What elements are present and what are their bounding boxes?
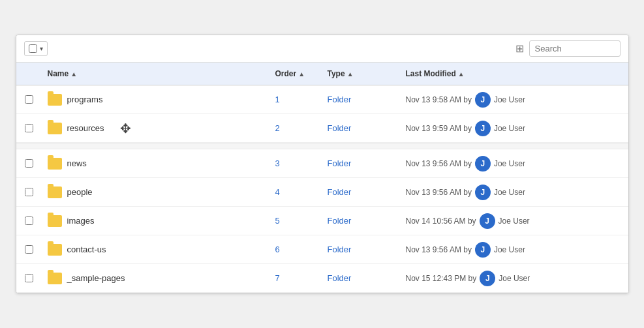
avatar: J <box>480 213 495 229</box>
row-checkbox[interactable] <box>25 216 33 225</box>
row-checkbox-cell <box>16 184 42 200</box>
modified-text: Nov 13 9:56 AM by <box>406 188 472 197</box>
avatar: J <box>475 92 491 108</box>
user-name: Joe User <box>498 216 530 226</box>
row-checkbox[interactable] <box>25 95 33 104</box>
type-value: Folder <box>328 216 352 226</box>
th-order[interactable]: Order ▲ <box>270 67 322 81</box>
type-value: Folder <box>328 273 352 283</box>
modified-text: Nov 13 9:59 AM by <box>406 124 472 133</box>
toolbar-left: ▾ <box>24 41 48 56</box>
item-name: _sample-pages <box>67 273 125 283</box>
modified-text: Nov 14 10:56 AM by <box>406 216 476 226</box>
name-cell: resources✥ <box>42 117 270 140</box>
item-name: contact-us <box>67 245 106 254</box>
user-name: Joe User <box>494 95 525 104</box>
name-cell: people <box>42 183 270 202</box>
order-cell: 2 <box>270 119 322 137</box>
order-value: 6 <box>275 245 280 254</box>
modified-cell: Nov 13 9:59 AM by JJoe User <box>401 117 628 140</box>
table-row: contact-us6FolderNov 13 9:56 AM by JJoe … <box>16 235 628 264</box>
th-checkbox <box>16 67 42 81</box>
modified-value: Nov 13 9:56 AM by JJoe User <box>406 242 525 258</box>
table-row: resources✥2FolderNov 13 9:59 AM by JJoe … <box>16 114 628 143</box>
order-cell: 3 <box>270 155 322 172</box>
grid-view-icon[interactable]: ⊞ <box>515 42 524 55</box>
order-value: 1 <box>275 95 280 104</box>
name-cell: programs <box>42 90 270 110</box>
order-value: 3 <box>275 158 280 168</box>
modified-text: Nov 13 9:58 AM by <box>406 95 472 104</box>
type-cell: Folder <box>322 241 401 258</box>
type-cell: Folder <box>322 91 401 108</box>
row-checkbox[interactable] <box>25 159 33 168</box>
user-name: Joe User <box>494 124 525 133</box>
folder-icon <box>48 94 62 106</box>
toolbar-right: ⊞ <box>515 40 621 57</box>
row-checkbox-cell <box>16 213 42 229</box>
table-row: people4FolderNov 13 9:56 AM by JJoe User <box>16 178 628 207</box>
name-cell: news <box>42 154 270 173</box>
user-name: Joe User <box>498 274 530 283</box>
modified-cell: Nov 15 12:43 PM by JJoe User <box>401 267 628 290</box>
name-cell: images <box>42 211 270 231</box>
group-divider <box>16 143 628 149</box>
order-cell: 7 <box>270 269 322 287</box>
type-value: Folder <box>328 158 352 168</box>
type-cell: Folder <box>322 212 401 230</box>
toolbar: ▾ ⊞ <box>16 35 628 63</box>
table-header: Name ▲ Order ▲ Type ▲ Last Modified ▲ <box>16 63 628 85</box>
th-name[interactable]: Name ▲ <box>42 67 270 81</box>
table-row: news3FolderNov 13 9:56 AM by JJoe User <box>16 149 628 178</box>
order-cell: 6 <box>270 241 322 258</box>
th-type[interactable]: Type ▲ <box>322 67 401 81</box>
modified-text: Nov 13 9:56 AM by <box>406 245 472 254</box>
folder-icon <box>48 244 62 256</box>
row-checkbox[interactable] <box>25 245 33 254</box>
avatar: J <box>480 271 495 286</box>
modified-value: Nov 13 9:56 AM by JJoe User <box>406 156 525 171</box>
user-name: Joe User <box>494 159 525 168</box>
modified-value: Nov 13 9:59 AM by JJoe User <box>406 121 525 136</box>
row-checkbox-cell <box>16 155 42 171</box>
order-value: 2 <box>275 123 280 133</box>
type-sort-icon: ▲ <box>347 70 354 78</box>
row-checkbox[interactable] <box>25 124 33 132</box>
row-checkbox-cell <box>16 120 42 136</box>
name-cell: _sample-pages <box>42 269 270 288</box>
item-name: resources <box>67 123 104 133</box>
last-modified-sort-icon: ▲ <box>458 70 465 78</box>
modified-text: Nov 13 9:56 AM by <box>406 159 472 168</box>
order-sort-icon: ▲ <box>298 70 305 78</box>
row-checkbox[interactable] <box>25 274 33 282</box>
modified-value: Nov 13 9:56 AM by JJoe User <box>406 185 525 200</box>
modified-cell: Nov 13 9:56 AM by JJoe User <box>401 238 628 261</box>
select-all-checkbox[interactable] <box>29 44 37 53</box>
drag-handle-icon[interactable]: ✥ <box>120 121 131 136</box>
modified-value: Nov 14 10:56 AM by JJoe User <box>406 213 530 229</box>
table-row: images5FolderNov 14 10:56 AM by JJoe Use… <box>16 207 628 235</box>
file-manager: ▾ ⊞ Name ▲ Order ▲ Type ▲ Last Modified … <box>16 35 629 293</box>
folder-icon <box>48 273 62 284</box>
search-input[interactable] <box>529 40 621 57</box>
row-checkbox-cell <box>16 270 42 286</box>
avatar: J <box>475 242 491 258</box>
modified-cell: Nov 13 9:56 AM by JJoe User <box>401 152 628 175</box>
avatar: J <box>475 121 491 136</box>
item-name: people <box>67 187 93 197</box>
modified-value: Nov 13 9:58 AM by JJoe User <box>406 92 525 108</box>
item-name: programs <box>67 95 103 104</box>
item-name: news <box>67 158 87 168</box>
th-last-modified[interactable]: Last Modified ▲ <box>401 67 628 81</box>
select-all-checkbox-wrapper[interactable]: ▾ <box>24 41 48 56</box>
table-body: programs1FolderNov 13 9:58 AM by JJoe Us… <box>16 85 628 293</box>
user-name: Joe User <box>494 188 525 197</box>
user-name: Joe User <box>494 245 525 254</box>
folder-icon <box>48 123 62 134</box>
row-checkbox[interactable] <box>25 188 33 196</box>
modified-cell: Nov 14 10:56 AM by JJoe User <box>401 209 628 233</box>
type-value: Folder <box>328 123 352 133</box>
table-row: programs1FolderNov 13 9:58 AM by JJoe Us… <box>16 85 628 114</box>
name-sort-icon: ▲ <box>70 70 77 78</box>
folder-icon <box>48 158 62 170</box>
